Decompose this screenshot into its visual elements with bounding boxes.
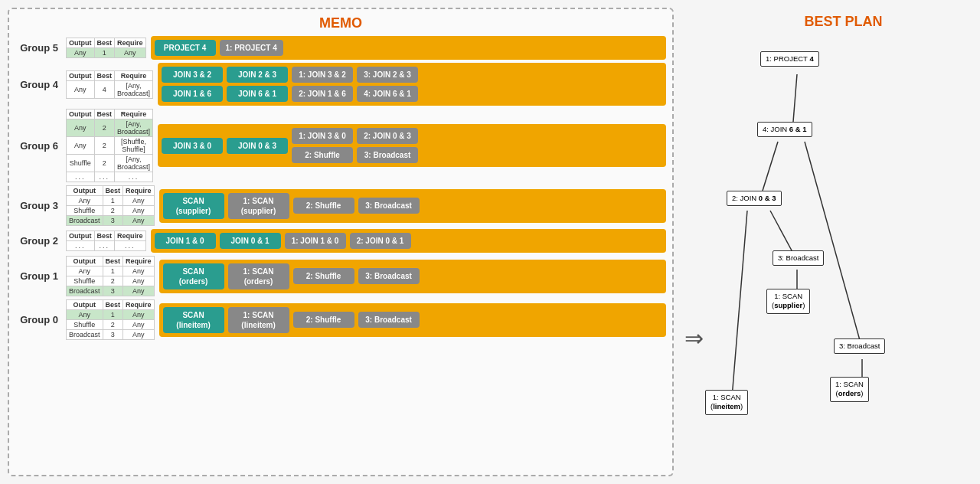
group-row-4: Group 4 OutputBestRequire Any4[Any,Broad…: [15, 63, 666, 106]
group-row-2: Group 2 OutputBestRequire ......... JOIN…: [15, 229, 666, 253]
card-1scan-orders: 1: SCAN(orders): [228, 263, 289, 289]
card-scan-supplier: SCAN(supplier): [163, 193, 224, 219]
group6-label: Group 6: [15, 140, 61, 152]
card-join61: JOIN 6 & 1: [227, 86, 288, 102]
card-2shuffle3: 2: Shuffle: [293, 198, 354, 214]
group1-cards: SCAN(orders) 1: SCAN(orders) 2: Shuffle …: [159, 260, 666, 293]
card-2shuffle1: 2: Shuffle: [293, 268, 354, 284]
group-row-1: Group 1 OutputBestRequire Any1Any Shuffl…: [15, 256, 666, 296]
card-1scan-supplier: 1: SCAN(supplier): [228, 193, 289, 219]
group0-label: Group 0: [15, 314, 61, 325]
group0-table: OutputBestRequire Any1Any Shuffle2Any Br…: [66, 299, 155, 340]
best-plan-section: BEST PLAN 1: PROJECT 4 4: J: [714, 8, 972, 476]
card-1join30: 1: JOIN 3 & 0: [292, 128, 353, 144]
card-2join16: 2: JOIN 1 & 6: [292, 86, 353, 102]
card-join30: JOIN 3 & 0: [162, 138, 223, 154]
card-join32: JOIN 3 & 2: [162, 67, 223, 83]
group1-label: Group 1: [15, 270, 61, 282]
node-broadcast3b: 3: Broadcast: [834, 338, 885, 354]
tree-container: 1: PROJECT 4 4: JOIN 6 & 1 2: JOIN 0 & 3…: [720, 36, 966, 465]
group3-table: OutputBestRequire Any1Any Shuffle2Any Br…: [66, 185, 155, 226]
card-2shuffle0: 2: Shuffle: [293, 312, 354, 328]
group2-label: Group 2: [15, 235, 61, 247]
group-row-6: Group 6 OutputBestRequire Any2[Any,Broad…: [15, 109, 666, 182]
group-row-0: Group 0 OutputBestRequire Any1Any Shuffl…: [15, 299, 666, 340]
group6-cards: JOIN 3 & 0 JOIN 0 & 3 1: JOIN 3 & 0 2: S…: [158, 124, 666, 167]
node-scan-orders: 1: SCAN(orders): [830, 377, 869, 402]
card-3join23: 3: JOIN 2 & 3: [357, 67, 418, 83]
card-4join61: 4: JOIN 6 & 1: [357, 86, 418, 102]
card-2join01: 2: JOIN 0 & 1: [350, 233, 411, 249]
node-join4: 4: JOIN 6 & 1: [757, 122, 812, 137]
card-join03: JOIN 0 & 3: [227, 138, 288, 154]
best-plan-title: BEST PLAN: [720, 14, 966, 30]
group5-cards: PROJECT 4 1: PROJECT 4: [151, 36, 666, 60]
card-join01: JOIN 0 & 1: [220, 233, 281, 249]
card-scan-lineitem: SCAN(lineitem): [163, 307, 224, 333]
card-join16: JOIN 1 & 6: [162, 86, 223, 102]
svg-line-0: [793, 74, 797, 122]
group5-label: Group 5: [15, 42, 61, 54]
arrow-right: ⇒: [681, 199, 707, 476]
card-1join10: 1: JOIN 1 & 0: [285, 233, 346, 249]
group4-table: OutputBestRequire Any4[Any,Broadcast]: [66, 70, 153, 99]
svg-line-1: [763, 142, 778, 191]
memo-section: MEMO Group 5 OutputBestRequire Any1Any P…: [8, 8, 674, 476]
card-2shuffle6: 2: Shuffle: [292, 147, 353, 163]
group4-label: Group 4: [15, 79, 61, 90]
card-1project4: 1: PROJECT 4: [220, 40, 283, 56]
svg-line-3: [732, 211, 747, 397]
group5-table: OutputBestRequire Any1Any: [66, 38, 146, 58]
group2-cards: JOIN 1 & 0 JOIN 0 & 1 1: JOIN 1 & 0 2: J…: [151, 229, 666, 253]
node-join2: 2: JOIN 0 & 3: [727, 191, 782, 206]
card-scan-orders: SCAN(orders): [163, 263, 224, 289]
node-broadcast3a: 3: Broadcast: [773, 250, 824, 266]
main-container: MEMO Group 5 OutputBestRequire Any1Any P…: [0, 0, 980, 484]
card-2join03: 2: JOIN 0 & 3: [357, 128, 418, 144]
card-1scan-lineitem: 1: SCAN(lineitem): [228, 307, 289, 333]
card-3broadcast3: 3: Broadcast: [358, 198, 420, 214]
group-row-5: Group 5 OutputBestRequire Any1Any PROJEC…: [15, 36, 666, 60]
card-3broadcast0: 3: Broadcast: [358, 312, 420, 328]
card-3broadcast1: 3: Broadcast: [358, 268, 420, 284]
card-3broadcast6: 3: Broadcast: [357, 147, 418, 163]
node-project: 1: PROJECT 4: [760, 51, 819, 67]
node-scan-supplier: 1: SCAN(supplier): [766, 289, 810, 314]
group3-cards: SCAN(supplier) 1: SCAN(supplier) 2: Shuf…: [159, 189, 666, 223]
card-join10: JOIN 1 & 0: [155, 233, 216, 249]
card-1join32: 1: JOIN 3 & 2: [292, 67, 353, 83]
group3-label: Group 3: [15, 200, 61, 211]
group1-table: OutputBestRequire Any1Any Shuffle2Any Br…: [66, 256, 155, 296]
memo-title: MEMO: [15, 15, 666, 31]
card-join23: JOIN 2 & 3: [227, 67, 288, 83]
card-project4: PROJECT 4: [155, 40, 216, 56]
group2-table: OutputBestRequire .........: [66, 231, 146, 251]
group6-table: OutputBestRequire Any2[Any,Broadcast] An…: [66, 109, 153, 182]
svg-line-2: [805, 142, 862, 348]
node-scan-lineitem: 1: SCAN(lineitem): [705, 390, 748, 415]
group-row-3: Group 3 OutputBestRequire Any1Any Shuffl…: [15, 185, 666, 226]
group0-cards: SCAN(lineitem) 1: SCAN(lineitem) 2: Shuf…: [159, 303, 666, 337]
group4-cards: JOIN 3 & 2 JOIN 1 & 6 JOIN 2 & 3 JOIN 6 …: [158, 63, 666, 106]
